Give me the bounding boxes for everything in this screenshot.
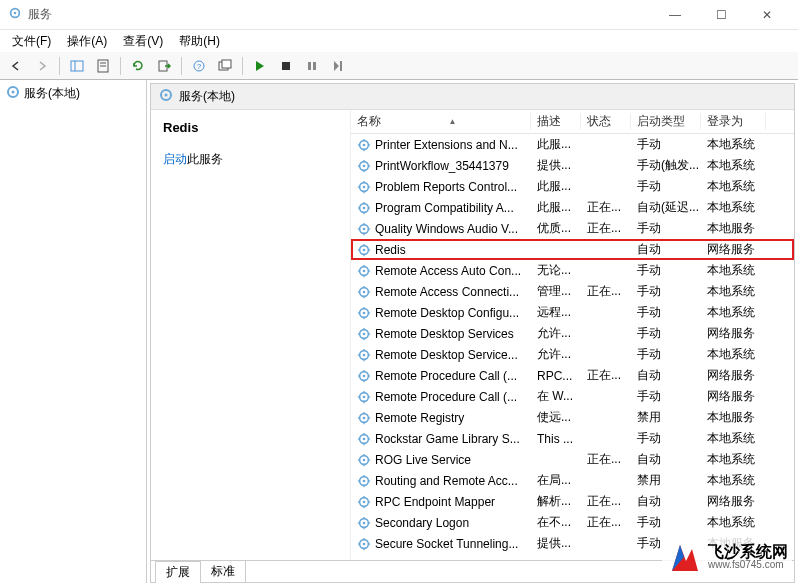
menu-help[interactable]: 帮助(H)	[171, 31, 228, 52]
stop-button[interactable]	[274, 55, 298, 77]
svc-desc: 无论...	[531, 262, 581, 279]
svg-point-45	[363, 227, 366, 230]
gear-icon	[357, 159, 371, 173]
svc-name: Program Compatibility A...	[375, 201, 514, 215]
start-button[interactable]	[248, 55, 272, 77]
watermark: 飞沙系统网 www.fs0745.com	[662, 537, 792, 577]
sidebar: 服务(本地)	[0, 80, 147, 583]
tab-standard[interactable]: 标准	[200, 560, 246, 582]
svc-name: Remote Procedure Call (...	[375, 369, 517, 383]
svc-desc: RPC...	[531, 369, 581, 383]
svc-logon: 本地系统	[701, 262, 766, 279]
svc-logon: 本地系统	[701, 283, 766, 300]
svg-point-57	[363, 269, 366, 272]
svc-logon: 本地系统	[701, 430, 766, 447]
svc-desc: 此服...	[531, 199, 581, 216]
service-row[interactable]: Remote Registry使远...禁用本地服务	[351, 407, 794, 428]
help-button[interactable]: ?	[187, 55, 211, 77]
toolbar: ?	[0, 52, 798, 80]
titlebar: 服务 — ☐ ✕	[0, 0, 798, 30]
svc-status: 正在...	[581, 367, 631, 384]
service-row[interactable]: Problem Reports Control...此服...手动本地系统	[351, 176, 794, 197]
service-row[interactable]: Program Compatibility A...此服...正在...自动(延…	[351, 197, 794, 218]
col-logon[interactable]: 登录为	[701, 113, 766, 130]
content: 服务(本地) Redis 启动此服务 名称▲ 描述 状态 启动类型 登录为 Pr…	[150, 83, 795, 583]
show-hide-tree-button[interactable]	[65, 55, 89, 77]
service-row[interactable]: Printer Extensions and N...此服...手动本地系统	[351, 134, 794, 155]
menu-file[interactable]: 文件(F)	[4, 31, 59, 52]
svc-name: Secure Socket Tunneling...	[375, 537, 518, 551]
watermark-line2: www.fs0745.com	[708, 560, 788, 570]
gear-icon	[357, 243, 371, 257]
svc-name: Remote Registry	[375, 411, 464, 425]
menu-view[interactable]: 查看(V)	[115, 31, 171, 52]
svg-point-69	[363, 311, 366, 314]
svg-point-111	[363, 458, 366, 461]
export-button[interactable]	[152, 55, 176, 77]
service-row[interactable]: Remote Desktop Services允许...手动网络服务	[351, 323, 794, 344]
svc-name: Remote Access Connecti...	[375, 285, 519, 299]
sidebar-root[interactable]: 服务(本地)	[0, 83, 146, 104]
service-row[interactable]: Quality Windows Audio V...优质...正在...手动本地…	[351, 218, 794, 239]
service-row[interactable]: PrintWorkflow_35441379提供...手动(触发...本地系统	[351, 155, 794, 176]
col-name[interactable]: 名称▲	[351, 113, 531, 130]
service-row[interactable]: Secondary Logon在不...正在...手动本地系统	[351, 512, 794, 533]
svg-rect-2	[71, 61, 83, 71]
svg-point-75	[363, 332, 366, 335]
svc-desc: 在 W...	[531, 388, 581, 405]
svc-logon: 网络服务	[701, 493, 766, 510]
svg-point-135	[363, 542, 366, 545]
svc-desc: 提供...	[531, 157, 581, 174]
forward-button[interactable]	[30, 55, 54, 77]
col-status[interactable]: 状态	[581, 113, 631, 130]
gear-icon	[357, 201, 371, 215]
gear-icon	[357, 222, 371, 236]
service-row[interactable]: Remote Procedure Call (...RPC...正在...自动网…	[351, 365, 794, 386]
svc-start: 手动	[631, 346, 701, 363]
refresh-button[interactable]	[126, 55, 150, 77]
svc-name: Redis	[375, 243, 406, 257]
service-row[interactable]: Redis自动网络服务	[351, 239, 794, 260]
maximize-button[interactable]: ☐	[698, 0, 744, 30]
svc-desc: 在局...	[531, 472, 581, 489]
list-rows[interactable]: Printer Extensions and N...此服...手动本地系统Pr…	[351, 134, 794, 560]
svc-logon: 本地系统	[701, 199, 766, 216]
service-row[interactable]: Remote Procedure Call (...在 W...手动网络服务	[351, 386, 794, 407]
service-row[interactable]: ROG Live Service正在...自动本地系统	[351, 449, 794, 470]
gear-icon	[357, 264, 371, 278]
svg-text:?: ?	[197, 62, 202, 71]
pause-button[interactable]	[300, 55, 324, 77]
service-row[interactable]: Remote Desktop Service...允许...手动本地系统	[351, 344, 794, 365]
service-row[interactable]: Remote Access Auto Con...无论...手动本地系统	[351, 260, 794, 281]
svg-rect-11	[222, 60, 231, 68]
service-row[interactable]: RPC Endpoint Mapper解析...正在...自动网络服务	[351, 491, 794, 512]
service-row[interactable]: Remote Access Connecti...管理...正在...手动本地系…	[351, 281, 794, 302]
back-button[interactable]	[4, 55, 28, 77]
new-window-button[interactable]	[213, 55, 237, 77]
svc-desc: 远程...	[531, 304, 581, 321]
close-button[interactable]: ✕	[744, 0, 790, 30]
selected-service-name: Redis	[163, 120, 338, 135]
svc-name: Routing and Remote Acc...	[375, 474, 518, 488]
svg-rect-15	[340, 61, 342, 71]
col-start[interactable]: 启动类型	[631, 113, 701, 130]
service-row[interactable]: Remote Desktop Configu...远程...手动本地系统	[351, 302, 794, 323]
start-link[interactable]: 启动	[163, 152, 187, 166]
col-desc[interactable]: 描述	[531, 113, 581, 130]
svc-start: 手动	[631, 220, 701, 237]
svc-start: 禁用	[631, 409, 701, 426]
properties-button[interactable]	[91, 55, 115, 77]
service-row[interactable]: Routing and Remote Acc...在局...禁用本地系统	[351, 470, 794, 491]
svc-logon: 本地系统	[701, 136, 766, 153]
gear-icon	[357, 180, 371, 194]
menu-action[interactable]: 操作(A)	[59, 31, 115, 52]
minimize-button[interactable]: —	[652, 0, 698, 30]
svc-name: ROG Live Service	[375, 453, 471, 467]
tab-extended[interactable]: 扩展	[155, 561, 201, 583]
service-row[interactable]: Rockstar Game Library S...This ...手动本地系统	[351, 428, 794, 449]
watermark-line1: 飞沙系统网	[708, 544, 788, 560]
svc-desc: This ...	[531, 432, 581, 446]
svc-start: 手动	[631, 178, 701, 195]
restart-button[interactable]	[326, 55, 350, 77]
svc-desc: 允许...	[531, 346, 581, 363]
